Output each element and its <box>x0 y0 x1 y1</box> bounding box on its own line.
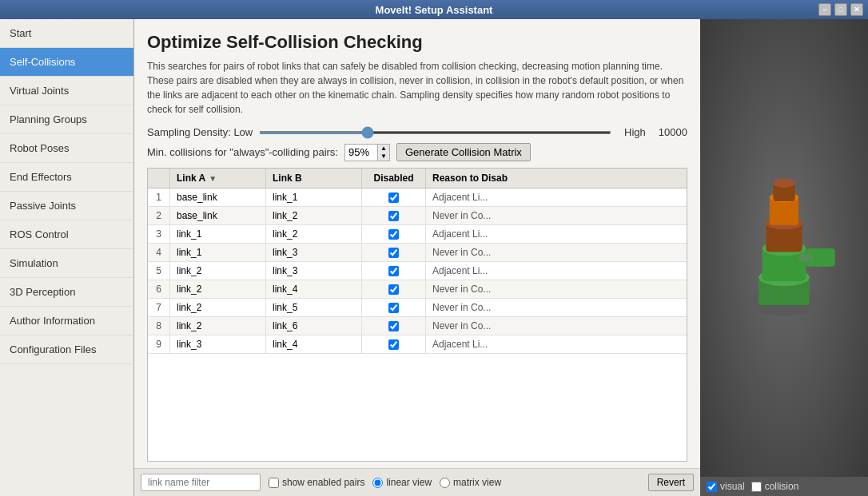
viewport-3d <box>700 19 868 477</box>
row-disabled[interactable] <box>362 207 426 224</box>
row-link-b: link_6 <box>266 317 362 335</box>
row-link-b: link_3 <box>266 244 362 261</box>
disabled-checkbox[interactable] <box>388 321 399 331</box>
col-header-disabled[interactable]: Disabled <box>362 169 426 188</box>
row-num: 2 <box>148 207 170 224</box>
row-link-a: base_link <box>170 207 266 224</box>
sidebar-item-robot-poses[interactable]: Robot Poses <box>0 134 133 163</box>
sampling-density-slider[interactable] <box>259 131 611 134</box>
row-link-b: link_3 <box>266 262 362 280</box>
table-row: 3 link_1 link_2 Adjacent Li... <box>148 225 687 244</box>
disabled-checkbox[interactable] <box>388 266 399 276</box>
matrix-view-radio[interactable] <box>440 478 450 488</box>
sidebar-item-ros-control[interactable]: ROS Control <box>0 220 133 249</box>
row-num: 4 <box>148 244 170 261</box>
robot-visualization <box>712 169 856 328</box>
table-row: 6 link_2 link_4 Never in Co... <box>148 280 687 299</box>
col-header-link-a[interactable]: Link A ▼ <box>170 169 266 188</box>
sidebar-item-planning-groups[interactable]: Planning Groups <box>0 105 133 134</box>
content-area: Optimize Self-Collision Checking This se… <box>134 19 700 468</box>
sidebar-item-simulation[interactable]: Simulation <box>0 249 133 278</box>
row-link-b: link_5 <box>266 299 362 316</box>
row-num: 9 <box>148 335 170 353</box>
row-disabled[interactable] <box>362 188 426 206</box>
row-disabled[interactable] <box>362 244 426 261</box>
disabled-checkbox[interactable] <box>388 211 399 221</box>
row-disabled[interactable] <box>362 225 426 243</box>
table-header: Link A ▼ Link B Disabled Reason to Disab <box>148 169 687 188</box>
disabled-checkbox[interactable] <box>388 339 399 350</box>
disabled-checkbox[interactable] <box>388 192 399 203</box>
disabled-checkbox[interactable] <box>388 303 399 313</box>
row-link-a: link_2 <box>170 299 266 316</box>
sidebar: Start Self-Collisions Virtual Joints Pla… <box>0 19 134 496</box>
matrix-view-label[interactable]: matrix view <box>440 477 501 488</box>
link-name-filter-input[interactable] <box>141 474 261 491</box>
collision-checkbox[interactable] <box>751 482 762 492</box>
sidebar-item-passive-joints[interactable]: Passive Joints <box>0 192 133 220</box>
row-disabled[interactable] <box>362 317 426 335</box>
page-description: This searches for pairs of robot links t… <box>147 59 687 117</box>
maximize-button[interactable]: □ <box>834 3 847 16</box>
row-link-a: link_2 <box>170 262 266 280</box>
linear-view-label[interactable]: linear view <box>372 477 432 488</box>
page-title: Optimize Self-Collision Checking <box>147 32 687 53</box>
row-disabled[interactable] <box>362 262 426 280</box>
visual-checkbox[interactable] <box>707 482 717 492</box>
table-row: 9 link_3 link_4 Adjacent Li... <box>148 335 687 354</box>
row-num: 3 <box>148 225 170 243</box>
col-header-link-b[interactable]: Link B <box>266 169 362 188</box>
minimize-button[interactable]: − <box>818 3 831 16</box>
spinbox-down-arrow[interactable]: ▼ <box>378 153 389 161</box>
show-enabled-pairs-checkbox[interactable] <box>269 478 279 488</box>
row-link-a: base_link <box>170 188 266 206</box>
high-label: High <box>624 126 646 138</box>
row-link-b: link_2 <box>266 225 362 243</box>
row-reason: Never in Co... <box>426 280 687 298</box>
window-controls[interactable]: − □ ✕ <box>818 3 863 16</box>
row-disabled[interactable] <box>362 280 426 298</box>
sidebar-item-configuration-files[interactable]: Configuration Files <box>0 335 133 364</box>
row-link-a: link_2 <box>170 317 266 335</box>
spinbox-up-arrow[interactable]: ▲ <box>378 145 389 153</box>
sidebar-item-virtual-joints[interactable]: Virtual Joints <box>0 77 133 105</box>
close-button[interactable]: ✕ <box>850 3 863 16</box>
row-link-a: link_2 <box>170 280 266 298</box>
linear-view-radio[interactable] <box>372 478 383 488</box>
window-title: MoveIt! Setup Assistant <box>376 4 493 16</box>
collision-label-text: collision <box>765 481 799 492</box>
visual-checkbox-label[interactable]: visual <box>707 481 745 492</box>
col-header-num <box>148 169 170 188</box>
row-reason: Adjacent Li... <box>426 188 687 206</box>
disabled-checkbox[interactable] <box>388 284 399 295</box>
sidebar-item-3d-perception[interactable]: 3D Perception <box>0 278 133 307</box>
row-reason: Adjacent Li... <box>426 225 687 243</box>
show-enabled-pairs-label[interactable]: show enabled pairs <box>269 477 364 488</box>
disabled-checkbox[interactable] <box>388 229 399 240</box>
min-collisions-spinbox[interactable]: ▲ ▼ <box>344 144 390 161</box>
title-bar: MoveIt! Setup Assistant − □ ✕ <box>0 0 868 19</box>
sort-arrow-link-a: ▼ <box>209 174 217 183</box>
table-body: 1 base_link link_1 Adjacent Li... 2 base… <box>148 188 687 461</box>
collision-checkbox-label[interactable]: collision <box>751 481 799 492</box>
col-header-reason[interactable]: Reason to Disab <box>426 169 687 188</box>
revert-button[interactable]: Revert <box>648 474 694 491</box>
row-disabled[interactable] <box>362 335 426 353</box>
row-link-b: link_1 <box>266 188 362 206</box>
row-num: 8 <box>148 317 170 335</box>
row-num: 6 <box>148 280 170 298</box>
table-row: 4 link_1 link_3 Never in Co... <box>148 244 687 262</box>
row-reason: Never in Co... <box>426 244 687 261</box>
sidebar-item-self-collisions[interactable]: Self-Collisions <box>0 48 133 77</box>
row-link-a: link_1 <box>170 244 266 261</box>
disabled-checkbox[interactable] <box>388 248 399 258</box>
table-scroll-wrapper: 1 base_link link_1 Adjacent Li... 2 base… <box>148 188 687 461</box>
sidebar-item-author-information[interactable]: Author Information <box>0 307 133 335</box>
sidebar-item-end-effectors[interactable]: End Effectors <box>0 163 133 192</box>
sidebar-item-start[interactable]: Start <box>0 19 133 48</box>
min-collisions-value[interactable] <box>345 145 377 161</box>
table-row: 7 link_2 link_5 Never in Co... <box>148 299 687 317</box>
row-link-b: link_4 <box>266 335 362 353</box>
row-disabled[interactable] <box>362 299 426 316</box>
generate-collision-matrix-button[interactable]: Generate Collision Matrix <box>396 143 531 161</box>
